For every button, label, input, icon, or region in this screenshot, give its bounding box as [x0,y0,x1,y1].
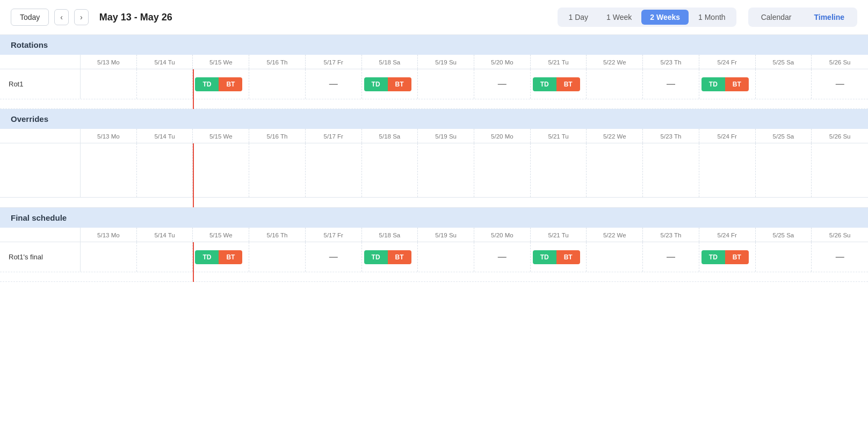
rf-event-bt-3[interactable]: BT [556,250,580,264]
rot1-day-12 [756,69,812,99]
rot1-dash-4: — [834,79,847,89]
overrides-label-spacer [0,129,81,143]
rot1-day-2: TDBT [193,69,249,99]
date-header-10: 5/23 Th [643,55,699,69]
rf-dash-2: — [496,252,509,262]
fs-date-header-6: 5/19 Su [418,228,474,242]
ov-date-header-9: 5/22 We [587,129,643,143]
rot1-day-1 [137,69,193,99]
ov-day-10 [643,143,699,197]
rotations-date-header: 5/13 Mo 5/14 Tu 5/15 We 5/16 Th 5/17 Fr … [0,55,868,69]
rf-event-bt-4[interactable]: BT [725,250,749,264]
rf-event-td-1[interactable]: TD [195,250,219,264]
rot1-event-td-4[interactable]: TD [701,77,725,91]
rf-day-9 [587,242,643,272]
final-date-header: 5/13 Mo 5/14 Tu 5/15 We 5/16 Th 5/17 Fr … [0,228,868,242]
rf-dash-3: — [664,252,677,262]
rf-day-6 [418,242,474,272]
fs-date-header-0: 5/13 Mo [81,228,137,242]
ov-label-cell [0,143,81,197]
next-button[interactable]: › [74,9,89,25]
fs-date-header-13: 5/26 Su [812,228,868,242]
rot1-event-bt-3[interactable]: BT [556,77,580,91]
ov-day-5 [362,143,418,197]
ov-day-13 [812,143,868,197]
today-line-rotations [193,69,194,109]
rot1-event-td-1[interactable]: TD [195,77,219,91]
ov-date-header-4: 5/17 Fr [306,129,362,143]
today-line-overrides [193,143,194,207]
rf-event-td-2[interactable]: TD [364,250,388,264]
mode-calendar[interactable]: Calendar [750,10,802,25]
prev-button[interactable]: ‹ [54,9,69,25]
rf-event-bt-2[interactable]: BT [388,250,411,264]
view-1month[interactable]: 1 Month [690,10,734,25]
final-schedule-section: Final schedule 5/13 Mo 5/14 Tu 5/15 We 5… [0,208,868,282]
rot1-event-bt-1[interactable]: BT [219,77,242,91]
today-button[interactable]: Today [11,9,49,26]
rot1-dash-1: — [327,79,340,89]
fs-date-header-11: 5/24 Fr [699,228,756,242]
rot1-label: Rot1 [0,69,81,99]
fs-date-header-12: 5/25 Sa [756,228,812,242]
overrides-empty-area [0,143,868,198]
fs-date-header-2: 5/15 We [193,228,249,242]
view-2weeks[interactable]: 2 Weeks [641,10,689,25]
rot1-event-td-3[interactable]: TD [533,77,556,91]
rotations-header: Rotations [0,35,868,55]
rot1-event-bt-2[interactable]: BT [388,77,411,91]
rot1-day-5: TDBT [362,69,418,99]
view-group: 1 Day 1 Week 2 Weeks 1 Month [558,8,736,27]
rot1-day-10: — [643,69,699,99]
rf-event-bt-1[interactable]: BT [219,250,242,264]
rot1-row: Rot1 TDBT — [0,69,868,99]
rf-day-5: TDBT [362,242,418,272]
mode-timeline[interactable]: Timeline [803,10,855,25]
date-header-5: 5/18 Sa [362,55,418,69]
date-range: May 13 - May 26 [99,12,547,23]
ov-day-0 [81,143,137,197]
rf-event-td-3[interactable]: TD [533,250,556,264]
ov-date-header-7: 5/20 Mo [474,129,531,143]
ov-date-header-11: 5/24 Fr [699,129,756,143]
date-header-6: 5/19 Su [418,55,474,69]
mode-group: Calendar Timeline [748,8,857,27]
ov-date-header-0: 5/13 Mo [81,129,137,143]
rot1-day-3 [249,69,306,99]
rot1-event-td-2[interactable]: TD [364,77,388,91]
rf-day-13: — [812,242,868,272]
ov-day-8 [531,143,587,197]
rotations-label-spacer [0,55,81,69]
ov-date-header-2: 5/15 We [193,129,249,143]
ov-day-12 [756,143,812,197]
ov-date-header-13: 5/26 Su [812,129,868,143]
ov-day-9 [587,143,643,197]
rf-day-1 [137,242,193,272]
rot1-event-bt-4[interactable]: BT [725,77,749,91]
rf-day-11: TDBT [699,242,756,272]
toolbar: Today ‹ › May 13 - May 26 1 Day 1 Week 2… [0,0,868,35]
date-header-13: 5/26 Su [812,55,868,69]
rot1-dash-2: — [496,79,509,89]
rot1-day-9 [587,69,643,99]
date-header-8: 5/21 Tu [531,55,587,69]
date-header-7: 5/20 Mo [474,55,531,69]
rf-dash-1: — [327,252,340,262]
date-header-9: 5/22 We [587,55,643,69]
overrides-section: Overrides 5/13 Mo 5/14 Tu 5/15 We 5/16 T… [0,109,868,208]
fs-date-header-5: 5/18 Sa [362,228,418,242]
ov-day-7 [474,143,531,197]
rf-day-7: — [474,242,531,272]
fs-date-header-7: 5/20 Mo [474,228,531,242]
rf-day-10: — [643,242,699,272]
rf-day-8: TDBT [531,242,587,272]
view-1day[interactable]: 1 Day [560,10,597,25]
final-schedule-header: Final schedule [0,208,868,228]
date-header-4: 5/17 Fr [306,55,362,69]
ov-date-header-1: 5/14 Tu [137,129,193,143]
date-header-12: 5/25 Sa [756,55,812,69]
view-1week[interactable]: 1 Week [598,10,640,25]
rf-dash-4: — [834,252,847,262]
rf-event-td-4[interactable]: TD [701,250,725,264]
ov-date-header-5: 5/18 Sa [362,129,418,143]
